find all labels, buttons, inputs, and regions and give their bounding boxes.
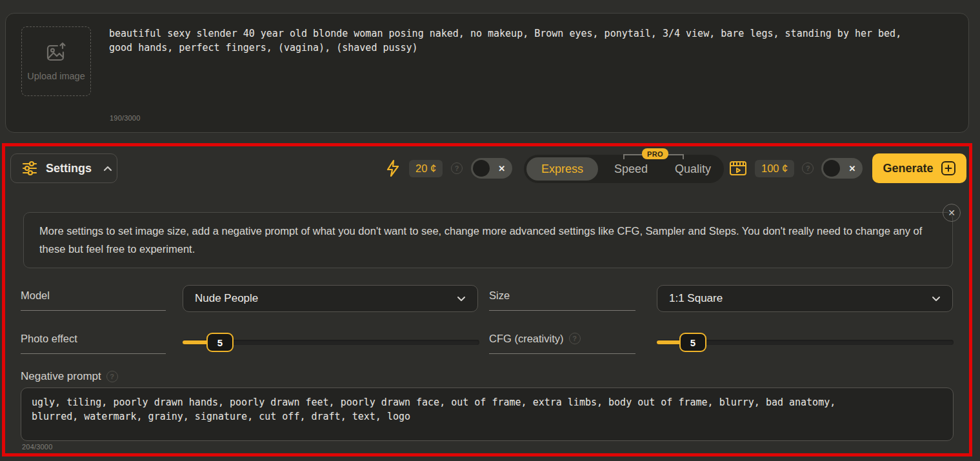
- prompt-input[interactable]: beautiful sexy slender 40 year old blond…: [109, 27, 909, 55]
- negative-prompt-char-counter: 204/3000: [22, 443, 52, 451]
- settings-button-label: Settings: [46, 162, 92, 175]
- toggle-knob: [473, 160, 490, 177]
- photo-effect-label: Photo effect: [21, 333, 166, 354]
- prompt-card: Upload image beautiful sexy slender 40 y…: [5, 13, 969, 133]
- negative-prompt-label-text: Negative prompt: [21, 370, 101, 383]
- chevron-up-icon: [103, 166, 112, 172]
- video-cost-badge: 100 ¢: [755, 160, 794, 177]
- model-selected-value: Nude People: [195, 292, 258, 305]
- negative-prompt-label: Negative prompt: [21, 370, 118, 383]
- help-icon[interactable]: [569, 333, 581, 344]
- image-cost-group: 20 ¢: [385, 157, 512, 179]
- image-cost-badge: 20 ¢: [409, 160, 443, 177]
- generation-mode-switch: Express Speed Quality PRO: [524, 155, 724, 183]
- cfg-label-text: CFG (creativity): [489, 333, 564, 344]
- mode-quality-tab[interactable]: Quality: [661, 162, 725, 176]
- photo-effect-slider[interactable]: 5: [183, 340, 479, 345]
- close-settings-icon[interactable]: [943, 204, 961, 222]
- chevron-down-icon: [932, 296, 941, 302]
- chevron-down-icon: [457, 296, 466, 302]
- photo-effect-slider-thumb[interactable]: 5: [206, 333, 234, 352]
- sliders-icon: [21, 160, 38, 177]
- mode-express-tab[interactable]: Express: [526, 157, 598, 181]
- help-icon[interactable]: [106, 371, 118, 382]
- video-clapper-icon: [729, 160, 747, 177]
- settings-toggle-button[interactable]: Settings: [10, 153, 117, 183]
- size-dropdown[interactable]: 1:1 Square: [657, 285, 953, 312]
- upload-image-dropzone[interactable]: Upload image: [21, 26, 91, 96]
- size-field-label: Size: [489, 289, 635, 311]
- toggle-knob: [823, 160, 840, 177]
- video-private-toggle[interactable]: [821, 158, 863, 179]
- toggle-off-x-icon: [848, 164, 855, 173]
- prompt-char-counter: 190/3000: [110, 114, 140, 122]
- plus-square-icon: [941, 161, 956, 176]
- negative-prompt-text: ugly, tiling, poorly drawn hands, poorly…: [32, 396, 864, 424]
- image-private-toggle[interactable]: [471, 158, 512, 179]
- settings-info-box: More settings to set image size, add a n…: [23, 212, 953, 268]
- cfg-slider[interactable]: 5: [657, 340, 954, 345]
- cfg-label: CFG (creativity): [489, 333, 635, 354]
- model-field-label: Model: [21, 289, 166, 311]
- generate-button[interactable]: Generate: [872, 153, 966, 183]
- negative-prompt-input[interactable]: ugly, tiling, poorly drawn hands, poorly…: [21, 387, 954, 441]
- help-icon[interactable]: [802, 162, 814, 174]
- help-icon[interactable]: [451, 162, 463, 174]
- pro-badge: PRO: [642, 148, 668, 159]
- mode-speed-tab[interactable]: Speed: [601, 162, 661, 176]
- upload-image-label: Upload image: [27, 70, 85, 82]
- toggle-off-x-icon: [498, 164, 505, 173]
- video-cost-group: 100 ¢: [729, 157, 863, 179]
- cfg-slider-thumb[interactable]: 5: [679, 333, 706, 352]
- size-selected-value: 1:1 Square: [669, 292, 723, 305]
- generate-button-label: Generate: [883, 162, 933, 175]
- upload-image-icon: [44, 41, 68, 65]
- model-dropdown[interactable]: Nude People: [183, 285, 478, 312]
- lightning-bolt-icon: [385, 159, 401, 177]
